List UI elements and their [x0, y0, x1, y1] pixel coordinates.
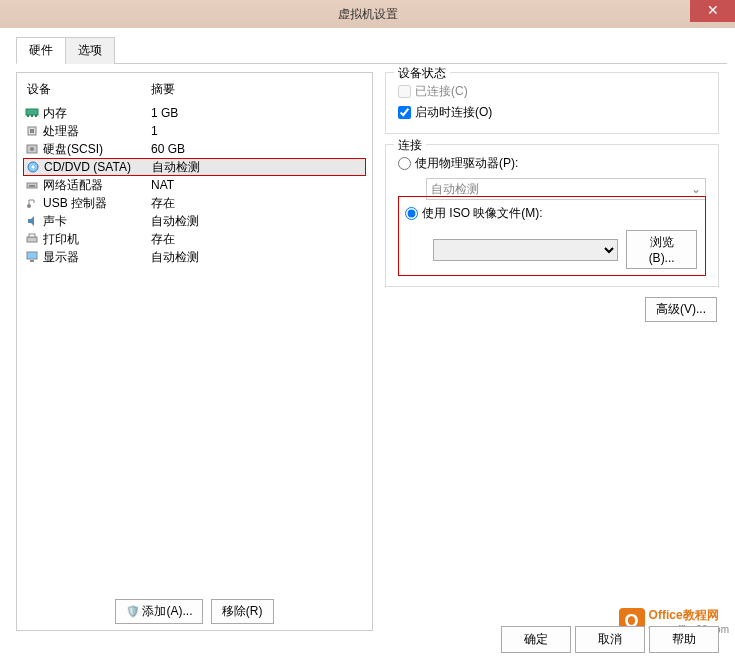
hardware-name: 打印机 — [43, 231, 151, 248]
chevron-down-icon: ⌄ — [691, 182, 701, 196]
hardware-row[interactable]: 打印机存在 — [23, 230, 366, 248]
hardware-buttons: 🛡️添加(A)... 移除(R) — [23, 587, 366, 624]
iso-radio[interactable] — [405, 207, 418, 220]
hardware-name: USB 控制器 — [43, 195, 151, 212]
physical-drive-radio[interactable] — [398, 157, 411, 170]
hardware-summary: 自动检测 — [151, 213, 199, 230]
svg-rect-16 — [30, 260, 34, 262]
tab-bar: 硬件 选项 — [16, 36, 727, 64]
iso-path-select[interactable] — [433, 239, 618, 261]
svg-rect-13 — [27, 237, 37, 242]
hardware-row[interactable]: 网络适配器NAT — [23, 176, 366, 194]
close-button[interactable]: ✕ — [690, 0, 735, 22]
svg-point-9 — [32, 166, 35, 169]
svg-rect-11 — [29, 185, 35, 187]
hardware-summary: 自动检测 — [151, 249, 199, 266]
hardware-panel: 设备 摘要 内存1 GB处理器1硬盘(SCSI)60 GBCD/DVD (SAT… — [16, 72, 373, 631]
ok-button[interactable]: 确定 — [501, 626, 571, 653]
col-device: 设备 — [23, 81, 151, 98]
connection-group: 连接 使用物理驱动器(P): 自动检测 ⌄ 使用 ISO 映像文件(M): — [385, 144, 719, 287]
hardware-summary: 自动检测 — [152, 159, 200, 176]
usb-icon — [23, 195, 41, 211]
advanced-button[interactable]: 高级(V)... — [645, 297, 717, 322]
svg-rect-2 — [31, 115, 33, 117]
printer-icon — [23, 231, 41, 247]
cancel-button[interactable]: 取消 — [575, 626, 645, 653]
iso-highlight-box: 使用 ISO 映像文件(M): 浏览(B)... — [398, 196, 706, 276]
hardware-summary: 存在 — [151, 231, 175, 248]
window-title: 虚拟机设置 — [338, 7, 398, 21]
memory-icon — [23, 105, 41, 121]
hdd-icon — [23, 141, 41, 157]
col-summary: 摘要 — [151, 81, 175, 98]
connected-checkbox — [398, 85, 411, 98]
connected-row: 已连接(C) — [398, 81, 706, 102]
hardware-row[interactable]: USB 控制器存在 — [23, 194, 366, 212]
connection-title: 连接 — [394, 137, 426, 154]
device-status-group: 设备状态 已连接(C) 启动时连接(O) — [385, 72, 719, 134]
svg-rect-14 — [29, 234, 35, 237]
connect-poweron-row: 启动时连接(O) — [398, 102, 706, 123]
svg-point-7 — [30, 147, 34, 151]
cd-icon — [24, 159, 42, 175]
svg-rect-0 — [26, 109, 38, 115]
hardware-row[interactable]: 硬盘(SCSI)60 GB — [23, 140, 366, 158]
tab-hardware[interactable]: 硬件 — [16, 37, 66, 64]
connect-poweron-checkbox[interactable] — [398, 106, 411, 119]
hardware-name: 内存 — [43, 105, 151, 122]
hardware-row[interactable]: CD/DVD (SATA)自动检测 — [23, 158, 366, 176]
hardware-name: CD/DVD (SATA) — [44, 160, 152, 174]
hardware-name: 显示器 — [43, 249, 151, 266]
iso-input-row: 浏览(B)... — [433, 230, 699, 269]
physical-drive-row: 使用物理驱动器(P): — [398, 153, 706, 174]
content-area: 设备 摘要 内存1 GB处理器1硬盘(SCSI)60 GBCD/DVD (SAT… — [8, 64, 727, 639]
net-icon — [23, 177, 41, 193]
help-button[interactable]: 帮助 — [649, 626, 719, 653]
settings-panel: 设备状态 已连接(C) 启动时连接(O) 连接 使用物理驱动器(P): 自动检测 — [373, 72, 719, 631]
hardware-list: 设备 摘要 内存1 GB处理器1硬盘(SCSI)60 GBCD/DVD (SAT… — [23, 79, 366, 587]
iso-row: 使用 ISO 映像文件(M): — [405, 203, 699, 224]
cpu-icon — [23, 123, 41, 139]
add-button[interactable]: 🛡️添加(A)... — [115, 599, 203, 624]
hardware-row[interactable]: 内存1 GB — [23, 104, 366, 122]
dialog-body: 硬件 选项 设备 摘要 内存1 GB处理器1硬盘(SCSI)60 GBCD/DV… — [0, 28, 735, 665]
titlebar: 虚拟机设置 ✕ — [0, 0, 735, 28]
hardware-name: 处理器 — [43, 123, 151, 140]
hardware-row[interactable]: 处理器1 — [23, 122, 366, 140]
hardware-summary: 1 GB — [151, 106, 178, 120]
tab-options[interactable]: 选项 — [65, 37, 115, 64]
remove-button[interactable]: 移除(R) — [211, 599, 274, 624]
footer-buttons: 确定 取消 帮助 — [499, 626, 721, 653]
advanced-row: 高级(V)... — [385, 297, 719, 322]
shield-icon: 🛡️ — [126, 605, 140, 617]
hardware-name: 网络适配器 — [43, 177, 151, 194]
hardware-summary: 存在 — [151, 195, 175, 212]
display-icon — [23, 249, 41, 265]
hardware-row[interactable]: 显示器自动检测 — [23, 248, 366, 266]
browse-button[interactable]: 浏览(B)... — [626, 230, 697, 269]
hardware-name: 硬盘(SCSI) — [43, 141, 151, 158]
hardware-summary: 1 — [151, 124, 158, 138]
svg-rect-3 — [35, 115, 37, 117]
hardware-name: 声卡 — [43, 213, 151, 230]
hardware-summary: NAT — [151, 178, 174, 192]
svg-rect-15 — [27, 252, 37, 259]
device-status-title: 设备状态 — [394, 65, 450, 82]
svg-rect-1 — [27, 115, 29, 117]
hardware-summary: 60 GB — [151, 142, 185, 156]
sound-icon — [23, 213, 41, 229]
svg-rect-5 — [30, 129, 34, 133]
hardware-row[interactable]: 声卡自动检测 — [23, 212, 366, 230]
hardware-list-header: 设备 摘要 — [23, 79, 366, 104]
